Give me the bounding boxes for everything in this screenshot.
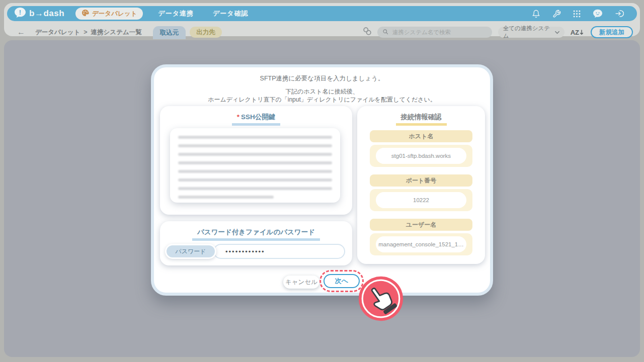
modal-note-line2: ホームディレクトリ直下の「input」ディレクトリにファイルを配置してください。 <box>154 96 490 104</box>
grid-apps-icon[interactable] <box>573 10 581 18</box>
modal-intro-text: SFTP連携に必要な項目を入力しましょう。 <box>154 74 490 83</box>
tab-import-source[interactable]: 取込元 <box>153 26 186 39</box>
add-new-button[interactable]: 新規追加 <box>591 26 633 38</box>
app-screen: ! b→dash データパレット データ連携 データ確認 <box>0 0 644 362</box>
username-section: ユーザー名 management_console_1521_1… <box>370 219 472 255</box>
menu-item-data-integration[interactable]: データ連携 <box>158 9 194 18</box>
ssh-key-label: SSH公開鍵 <box>241 113 275 121</box>
tab-output-destination[interactable]: 出力先 <box>190 27 222 38</box>
content-area: SFTP連携に必要な項目を入力しましょう。 下記のホスト名に接続後、 ホームディ… <box>4 40 640 357</box>
redacted-key-line <box>178 187 332 190</box>
password-field-row: パスワード <box>165 244 345 259</box>
connection-info-card: 接続情報確認 ホスト名 stg01-sftp.bdash.works ポート番号… <box>357 106 485 264</box>
search-box[interactable] <box>377 27 492 38</box>
header: ! b→dash データパレット データ連携 データ確認 <box>4 3 640 36</box>
header-icon-group <box>532 9 624 18</box>
bell-icon[interactable] <box>532 10 540 18</box>
password-field-label: パスワード <box>165 244 216 259</box>
next-button-highlight: 次へ <box>319 270 364 292</box>
brand-name: b→dash <box>29 9 64 19</box>
breadcrumb-separator: > <box>84 29 87 36</box>
back-button[interactable]: ← <box>17 28 25 37</box>
search-icon <box>382 28 388 37</box>
port-label: ポート番号 <box>370 174 472 187</box>
host-section: ホスト名 stg01-sftp.bdash.works <box>370 130 472 167</box>
menu-item-data-check[interactable]: データ確認 <box>213 9 249 18</box>
source-destination-tabs: 取込元 出力先 <box>153 25 222 39</box>
data-palette-badge-label: データパレット <box>92 10 137 18</box>
host-value: stg01-sftp.bdash.works <box>376 148 466 164</box>
redacted-key-line <box>178 178 332 182</box>
page-toolbar: ← データパレット > 連携システム一覧 取込元 出力先 <box>7 25 637 39</box>
data-palette-badge[interactable]: データパレット <box>75 8 143 20</box>
redacted-key-line <box>178 196 274 199</box>
search-input[interactable] <box>392 29 487 35</box>
redacted-key-line <box>178 153 332 156</box>
breadcrumb: データパレット > 連携システム一覧 <box>35 28 142 37</box>
modal-note-line1: 下記のホスト名に接続後、 <box>154 87 490 96</box>
speech-bubble-logo-icon: ! <box>14 7 26 20</box>
redacted-key-line <box>178 170 332 173</box>
top-menu: データ連携 データ確認 <box>158 9 248 18</box>
username-label: ユーザー名 <box>370 219 472 231</box>
logout-icon[interactable] <box>615 9 624 18</box>
top-navigation-bar: ! b→dash データパレット データ連携 データ確認 <box>7 6 637 21</box>
ssh-key-card: *SSH公開鍵 <box>160 106 352 215</box>
breadcrumb-item-data-palette[interactable]: データパレット <box>35 28 80 37</box>
host-label: ホスト名 <box>370 130 472 142</box>
connection-info-title: 接続情報確認 <box>357 112 485 126</box>
connection-info-sections: ホスト名 stg01-sftp.bdash.works ポート番号 10222 … <box>370 130 472 263</box>
redacted-key-line <box>178 136 332 139</box>
file-password-title: パスワード付きファイルのパスワード <box>160 227 352 241</box>
sftp-setup-modal: SFTP連携に必要な項目を入力しましょう。 下記のホスト名に接続後、 ホームディ… <box>151 64 493 296</box>
mascot-chat-icon[interactable] <box>593 9 603 18</box>
file-password-card: パスワード付きファイルのパスワード パスワード <box>160 221 352 265</box>
ssh-key-title: *SSH公開鍵 <box>160 112 352 126</box>
system-filter-value: 全ての連携システム <box>503 25 555 40</box>
toolbar-right-group: 全ての連携システム AZ 新規追加 <box>362 26 633 38</box>
palette-icon <box>82 9 89 18</box>
breadcrumb-item-system-list: 連携システム一覧 <box>91 28 142 37</box>
system-filter-dropdown[interactable]: 全ての連携システム <box>498 27 565 38</box>
bdash-logo[interactable]: ! b→dash <box>14 7 64 20</box>
cancel-button[interactable]: キャンセル <box>283 276 319 289</box>
link-icon[interactable] <box>362 26 372 38</box>
password-input[interactable] <box>213 244 345 259</box>
required-mark: * <box>237 113 239 121</box>
ssh-key-textarea[interactable] <box>170 128 340 203</box>
chevron-down-icon <box>555 29 559 35</box>
svg-text:!: ! <box>19 9 21 16</box>
redacted-key-line <box>178 161 332 164</box>
click-annotation-hand-icon <box>358 276 404 322</box>
port-section: ポート番号 10222 <box>370 174 472 211</box>
wrench-icon[interactable] <box>552 10 561 18</box>
sort-az-icon[interactable]: AZ <box>571 29 584 36</box>
redacted-key-line <box>178 144 332 147</box>
username-value: management_console_1521_1… <box>376 236 466 252</box>
next-button[interactable]: 次へ <box>324 274 360 288</box>
port-value: 10222 <box>376 192 466 208</box>
